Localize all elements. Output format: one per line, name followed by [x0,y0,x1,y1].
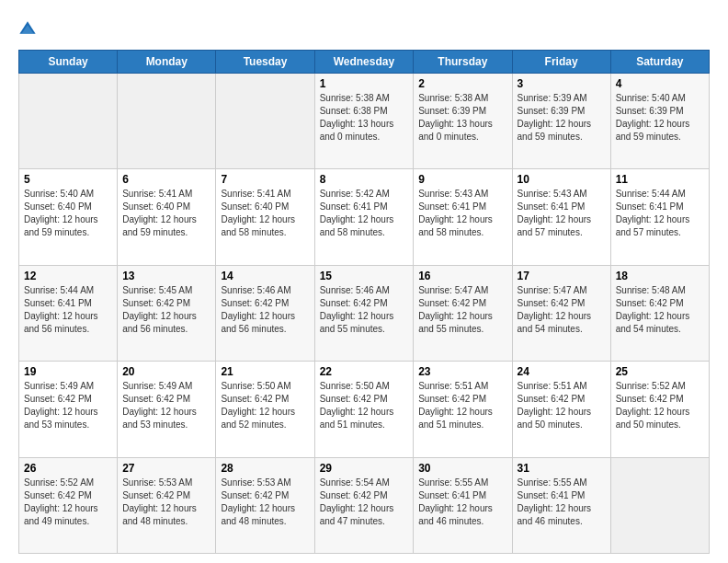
calendar-cell: 18Sunrise: 5:48 AM Sunset: 6:42 PM Dayli… [610,265,709,361]
logo-icon [18,20,37,39]
day-info: Sunrise: 5:41 AM Sunset: 6:40 PM Dayligh… [122,188,210,239]
day-number: 26 [24,462,112,475]
day-number: 27 [122,462,210,475]
calendar-cell: 30Sunrise: 5:55 AM Sunset: 6:41 PM Dayli… [414,457,512,553]
day-number: 1 [320,77,409,90]
calendar-cell: 16Sunrise: 5:47 AM Sunset: 6:42 PM Dayli… [414,265,512,361]
calendar-week-row: 12Sunrise: 5:44 AM Sunset: 6:41 PM Dayli… [19,265,710,361]
calendar-cell: 10Sunrise: 5:43 AM Sunset: 6:41 PM Dayli… [512,169,610,265]
day-number: 15 [320,270,409,282]
day-number: 3 [518,77,606,90]
day-number: 18 [616,270,704,282]
day-number: 16 [418,270,506,282]
day-info: Sunrise: 5:48 AM Sunset: 6:42 PM Dayligh… [616,284,704,336]
day-info: Sunrise: 5:46 AM Sunset: 6:42 PM Dayligh… [221,284,309,336]
day-info: Sunrise: 5:52 AM Sunset: 6:42 PM Dayligh… [24,477,112,528]
calendar-day-header: Thursday [414,51,512,74]
calendar-cell [216,74,314,169]
calendar-cell: 13Sunrise: 5:45 AM Sunset: 6:42 PM Dayli… [118,265,216,361]
calendar-cell: 24Sunrise: 5:51 AM Sunset: 6:42 PM Dayli… [512,362,610,457]
calendar-cell: 17Sunrise: 5:47 AM Sunset: 6:42 PM Dayli… [512,265,610,361]
calendar-cell [610,457,709,553]
calendar-cell: 28Sunrise: 5:53 AM Sunset: 6:42 PM Dayli… [216,457,314,553]
day-info: Sunrise: 5:49 AM Sunset: 6:42 PM Dayligh… [24,380,112,431]
day-info: Sunrise: 5:44 AM Sunset: 6:41 PM Dayligh… [24,284,112,336]
day-number: 2 [418,77,506,90]
day-info: Sunrise: 5:49 AM Sunset: 6:42 PM Dayligh… [122,380,210,431]
day-info: Sunrise: 5:53 AM Sunset: 6:42 PM Dayligh… [122,477,210,528]
calendar-day-header: Tuesday [216,51,314,74]
day-info: Sunrise: 5:52 AM Sunset: 6:42 PM Dayligh… [616,380,704,431]
calendar-cell: 8Sunrise: 5:42 AM Sunset: 6:41 PM Daylig… [314,169,414,265]
calendar-cell: 12Sunrise: 5:44 AM Sunset: 6:41 PM Dayli… [19,265,118,361]
calendar-week-row: 5Sunrise: 5:40 AM Sunset: 6:40 PM Daylig… [19,169,710,265]
calendar-cell: 2Sunrise: 5:38 AM Sunset: 6:39 PM Daylig… [414,74,512,169]
calendar-cell: 3Sunrise: 5:39 AM Sunset: 6:39 PM Daylig… [512,74,610,169]
calendar-cell: 23Sunrise: 5:51 AM Sunset: 6:42 PM Dayli… [414,362,512,457]
day-number: 11 [616,173,704,186]
day-number: 8 [320,173,409,186]
day-number: 4 [616,77,704,90]
page: SundayMondayTuesdayWednesdayThursdayFrid… [0,0,728,563]
calendar-cell [118,74,216,169]
calendar-cell: 4Sunrise: 5:40 AM Sunset: 6:39 PM Daylig… [610,74,709,169]
calendar-cell: 5Sunrise: 5:40 AM Sunset: 6:40 PM Daylig… [19,169,118,265]
day-number: 31 [518,462,606,475]
day-info: Sunrise: 5:54 AM Sunset: 6:42 PM Dayligh… [320,477,409,528]
day-number: 28 [221,462,309,475]
calendar-cell: 19Sunrise: 5:49 AM Sunset: 6:42 PM Dayli… [19,362,118,457]
day-number: 7 [221,173,309,186]
calendar-day-header: Friday [512,51,610,74]
day-info: Sunrise: 5:42 AM Sunset: 6:41 PM Dayligh… [320,188,409,239]
day-info: Sunrise: 5:47 AM Sunset: 6:42 PM Dayligh… [418,284,506,336]
day-info: Sunrise: 5:43 AM Sunset: 6:41 PM Dayligh… [418,188,506,239]
calendar-cell: 1Sunrise: 5:38 AM Sunset: 6:38 PM Daylig… [314,74,414,169]
day-info: Sunrise: 5:50 AM Sunset: 6:42 PM Dayligh… [221,380,309,431]
day-info: Sunrise: 5:38 AM Sunset: 6:39 PM Dayligh… [418,92,506,144]
day-info: Sunrise: 5:51 AM Sunset: 6:42 PM Dayligh… [518,380,606,431]
day-info: Sunrise: 5:44 AM Sunset: 6:41 PM Dayligh… [616,188,704,239]
calendar-week-row: 19Sunrise: 5:49 AM Sunset: 6:42 PM Dayli… [19,362,710,457]
day-number: 6 [122,173,210,186]
day-info: Sunrise: 5:53 AM Sunset: 6:42 PM Dayligh… [221,477,309,528]
calendar-cell: 20Sunrise: 5:49 AM Sunset: 6:42 PM Dayli… [118,362,216,457]
day-number: 13 [122,270,210,282]
calendar-cell: 31Sunrise: 5:55 AM Sunset: 6:41 PM Dayli… [512,457,610,553]
calendar-day-header: Saturday [610,51,709,74]
day-number: 25 [616,365,704,378]
calendar-cell: 26Sunrise: 5:52 AM Sunset: 6:42 PM Dayli… [19,457,118,553]
calendar-cell: 7Sunrise: 5:41 AM Sunset: 6:40 PM Daylig… [216,169,314,265]
day-info: Sunrise: 5:45 AM Sunset: 6:42 PM Dayligh… [122,284,210,336]
day-number: 22 [320,365,409,378]
day-info: Sunrise: 5:51 AM Sunset: 6:42 PM Dayligh… [418,380,506,431]
day-number: 9 [418,173,506,186]
day-number: 10 [518,173,606,186]
calendar-day-header: Wednesday [314,51,414,74]
calendar-cell: 14Sunrise: 5:46 AM Sunset: 6:42 PM Dayli… [216,265,314,361]
day-info: Sunrise: 5:38 AM Sunset: 6:38 PM Dayligh… [320,92,409,144]
day-info: Sunrise: 5:41 AM Sunset: 6:40 PM Dayligh… [221,188,309,239]
calendar-cell: 21Sunrise: 5:50 AM Sunset: 6:42 PM Dayli… [216,362,314,457]
day-number: 12 [24,270,112,282]
calendar-header-row: SundayMondayTuesdayWednesdayThursdayFrid… [19,51,710,74]
day-info: Sunrise: 5:46 AM Sunset: 6:42 PM Dayligh… [320,284,409,336]
day-info: Sunrise: 5:43 AM Sunset: 6:41 PM Dayligh… [518,188,606,239]
day-info: Sunrise: 5:55 AM Sunset: 6:41 PM Dayligh… [418,477,506,528]
header [18,18,710,39]
day-info: Sunrise: 5:47 AM Sunset: 6:42 PM Dayligh… [518,284,606,336]
calendar-cell: 22Sunrise: 5:50 AM Sunset: 6:42 PM Dayli… [314,362,414,457]
day-info: Sunrise: 5:39 AM Sunset: 6:39 PM Dayligh… [518,92,606,144]
day-number: 5 [24,173,112,186]
calendar-cell [19,74,118,169]
logo [18,18,40,39]
calendar-week-row: 1Sunrise: 5:38 AM Sunset: 6:38 PM Daylig… [19,74,710,169]
day-info: Sunrise: 5:50 AM Sunset: 6:42 PM Dayligh… [320,380,409,431]
day-number: 20 [122,365,210,378]
calendar-day-header: Sunday [19,51,118,74]
day-info: Sunrise: 5:40 AM Sunset: 6:40 PM Dayligh… [24,188,112,239]
calendar-cell: 29Sunrise: 5:54 AM Sunset: 6:42 PM Dayli… [314,457,414,553]
day-number: 17 [518,270,606,282]
day-number: 19 [24,365,112,378]
day-number: 23 [418,365,506,378]
calendar-week-row: 26Sunrise: 5:52 AM Sunset: 6:42 PM Dayli… [19,457,710,553]
